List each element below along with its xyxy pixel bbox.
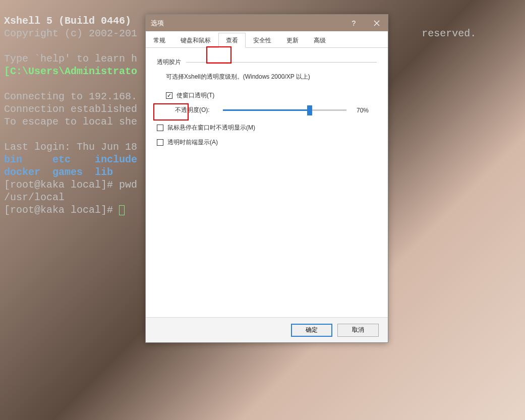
- cancel-button[interactable]: 取消: [337, 324, 379, 337]
- transparent-window-label: 使窗口透明(T): [177, 91, 214, 100]
- tab-security[interactable]: 安全性: [246, 33, 279, 47]
- ok-button[interactable]: 确定: [291, 324, 332, 337]
- dialog-content: 透明胶片 可选择Xshell的透明度级别。(Windows 2000/XP 以上…: [146, 48, 388, 163]
- always-on-top-checkbox[interactable]: [157, 139, 163, 146]
- opacity-slider-fill: [223, 109, 310, 111]
- close-button[interactable]: [365, 15, 388, 31]
- tab-keyboard-mouse[interactable]: 键盘和鼠标: [173, 33, 218, 47]
- opaque-on-hover-label: 鼠标悬停在窗口时不透明显示(M): [167, 124, 255, 132]
- transparent-window-checkbox[interactable]: [166, 92, 172, 99]
- tab-advanced[interactable]: 高级: [306, 33, 333, 47]
- dialog-button-bar: 确定 取消: [146, 317, 388, 342]
- dialog-titlebar[interactable]: 选项 ?: [146, 15, 388, 31]
- always-on-top-label: 透明时前端显示(A): [167, 138, 218, 147]
- dialog-title: 选项: [151, 19, 342, 28]
- opaque-on-hover-checkbox[interactable]: [157, 125, 163, 131]
- opacity-slider[interactable]: [223, 109, 346, 111]
- tab-strip: 常规 键盘和鼠标 查看 安全性 更新 高级: [146, 31, 388, 48]
- tab-view[interactable]: 查看: [218, 33, 246, 48]
- tab-general[interactable]: 常规: [146, 33, 173, 47]
- section-divider: [186, 62, 377, 63]
- close-icon: [374, 20, 380, 26]
- options-dialog: 选项 ? 常规 键盘和鼠标 查看 安全性 更新 高级 透明胶片 可选择Xshel…: [145, 14, 388, 343]
- opacity-value: 70%: [357, 107, 369, 114]
- section-description: 可选择Xshell的透明度级别。(Windows 2000/XP 以上): [166, 73, 377, 81]
- help-button[interactable]: ?: [342, 15, 365, 31]
- section-title: 透明胶片: [157, 58, 181, 67]
- opacity-slider-thumb[interactable]: [307, 105, 312, 115]
- opacity-label: 不透明度(O):: [175, 106, 223, 114]
- tab-update[interactable]: 更新: [279, 33, 306, 47]
- terminal-cursor: [119, 205, 125, 215]
